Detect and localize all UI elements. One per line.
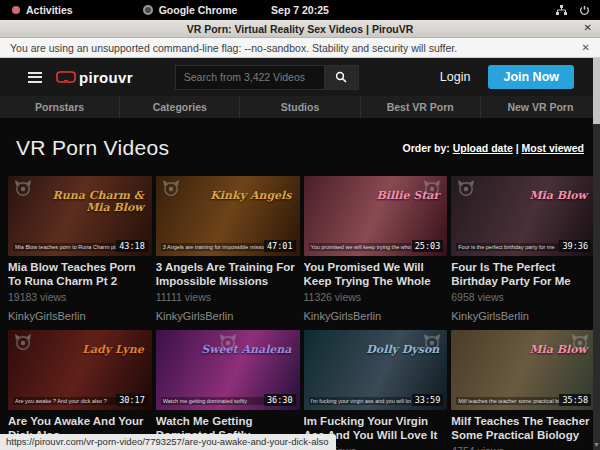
thumbnail-caption: Are you awake ? And your dick also ? bbox=[13, 397, 116, 405]
video-card[interactable]: Runa Charm & Mia Blow Mia Blow teaches p… bbox=[8, 176, 152, 330]
video-thumbnail[interactable]: Lady Lyne Are you awake ? And your dick … bbox=[8, 330, 152, 410]
video-card[interactable]: Kinky Angels 3 Angels are training for i… bbox=[156, 176, 300, 330]
order-separator: | bbox=[513, 142, 522, 154]
thumbnail-caption: Milf teaches the teacher some practical … bbox=[456, 397, 559, 405]
video-card[interactable]: Mia Blow Milf teaches the teacher some p… bbox=[451, 330, 595, 450]
video-studio-link[interactable]: KinkyGirlsBerlin bbox=[451, 310, 595, 322]
video-thumbnail[interactable]: Runa Charm & Mia Blow Mia Blow teaches p… bbox=[8, 176, 152, 256]
cat-mask-icon bbox=[14, 334, 32, 354]
video-card[interactable]: Dolly Dyson I'm fucking your virgin ass … bbox=[304, 330, 448, 450]
video-grid: Runa Charm & Mia Blow Mia Blow teaches p… bbox=[0, 176, 600, 450]
video-card[interactable]: Mia Blow Four is the perfect birthday pa… bbox=[451, 176, 595, 330]
thumbnail-model-name: Lady Lyne bbox=[82, 344, 144, 356]
video-duration-badge: 36:30 bbox=[264, 394, 296, 406]
network-icon[interactable] bbox=[556, 5, 567, 16]
thumbnail-model-name: Mia Blow bbox=[529, 190, 587, 202]
status-url-bubble: https://pirouvr.com/vr-porn-video/779325… bbox=[0, 434, 336, 450]
thumbnail-model-name: Dolly Dyson bbox=[366, 344, 439, 356]
video-studio-link[interactable]: KinkyGirlsBerlin bbox=[8, 310, 152, 322]
thumbnail-caption: Four is the perfect birthday party for m… bbox=[456, 243, 559, 251]
power-icon[interactable] bbox=[579, 5, 590, 16]
order-most-viewed-link[interactable]: Most viewed bbox=[522, 142, 584, 154]
video-views: 11326 views bbox=[304, 291, 448, 303]
video-title[interactable]: Milf Teaches The Teacher Some Practical … bbox=[451, 415, 595, 443]
order-by-label: Order by: bbox=[403, 142, 450, 154]
video-thumbnail[interactable]: Billie Star You promised we will keep tr… bbox=[304, 176, 448, 256]
thumbnail-model-name: Kinky Angels bbox=[210, 190, 291, 202]
nav-item-studios[interactable]: Studios bbox=[239, 96, 359, 118]
system-top-bar: Activities Google Chrome Sep 7 20:25 bbox=[0, 0, 600, 20]
order-upload-date-link[interactable]: Upload date bbox=[453, 142, 513, 154]
video-title[interactable]: 3 Angels Are Training For Impossible Mis… bbox=[156, 261, 300, 289]
vr-goggles-icon bbox=[56, 71, 76, 83]
site-logo-text: pirouvr bbox=[79, 69, 133, 86]
video-card[interactable]: Billie Star You promised we will keep tr… bbox=[304, 176, 448, 330]
login-link[interactable]: Login bbox=[440, 70, 471, 84]
video-studio-link[interactable]: KinkyGirlsBerlin bbox=[156, 310, 300, 322]
scrollbar-thumb[interactable] bbox=[593, 58, 600, 124]
video-views: 4754 views bbox=[451, 445, 595, 450]
screen: Activities Google Chrome Sep 7 20:25 VR … bbox=[0, 0, 600, 450]
nav-item-best-vr-porn[interactable]: Best VR Porn bbox=[360, 96, 480, 118]
thumbnail-model-name: Billie Star bbox=[376, 190, 439, 202]
video-duration-badge: 35:58 bbox=[559, 394, 591, 406]
clock[interactable]: Sep 7 20:25 bbox=[0, 4, 600, 16]
video-card[interactable]: Sweet Analena Watch me getting dominated… bbox=[156, 330, 300, 450]
thumbnail-caption: You promised we will keep trying the who… bbox=[309, 243, 412, 251]
video-duration-badge: 33:59 bbox=[412, 394, 444, 406]
video-views: 6958 views bbox=[451, 291, 595, 303]
video-duration-badge: 25:03 bbox=[412, 240, 444, 252]
nav-item-categories[interactable]: Categories bbox=[119, 96, 239, 118]
video-duration-badge: 43:18 bbox=[116, 240, 148, 252]
search-input[interactable] bbox=[175, 65, 325, 90]
thumbnail-model-name: Runa Charm & Mia Blow bbox=[43, 190, 144, 213]
video-duration-badge: 39:36 bbox=[559, 240, 591, 252]
join-now-button[interactable]: Join Now bbox=[488, 65, 574, 89]
flag-warning-text: You are using an unsupported command-lin… bbox=[10, 42, 457, 54]
thumbnail-caption: I'm fucking your virgin ass and you will… bbox=[309, 397, 412, 405]
site-header: pirouvr Login Join Now bbox=[0, 58, 600, 96]
page-title: VR Porn Videos bbox=[16, 136, 169, 160]
search-button[interactable] bbox=[325, 65, 359, 90]
video-card[interactable]: Lady Lyne Are you awake ? And your dick … bbox=[8, 330, 152, 450]
video-thumbnail[interactable]: Mia Blow Four is the perfect birthday pa… bbox=[451, 176, 595, 256]
scrollbar[interactable]: ▼ bbox=[593, 58, 600, 450]
nav-item-pornstars[interactable]: Pornstars bbox=[0, 96, 119, 118]
warning-close-icon[interactable]: ✕ bbox=[582, 42, 590, 53]
menu-icon[interactable] bbox=[28, 69, 42, 85]
window-title: VR Porn: Virtual Reality Sex Videos | Pi… bbox=[187, 23, 414, 35]
video-title[interactable]: Mia Blow Teaches Porn To Runa Charm Pt 2 bbox=[8, 261, 152, 289]
video-title[interactable]: Four Is The Perfect Birthday Party For M… bbox=[451, 261, 595, 289]
video-studio-link[interactable]: KinkyGirlsBerlin bbox=[304, 310, 448, 322]
video-views: 19183 views bbox=[8, 291, 152, 303]
order-by: Order by: Upload date | Most viewed bbox=[403, 142, 585, 154]
thumbnail-caption: 3 Angels are training for impossible mis… bbox=[161, 243, 264, 251]
thumbnail-model-name: Mia Blow bbox=[529, 344, 587, 356]
cat-mask-icon bbox=[14, 180, 32, 200]
main-nav: Pornstars Categories Studios Best VR Por… bbox=[0, 96, 600, 118]
cat-mask-icon bbox=[457, 180, 475, 200]
video-duration-badge: 47:01 bbox=[264, 240, 296, 252]
scroll-down-arrow-icon[interactable]: ▼ bbox=[593, 441, 600, 448]
video-duration-badge: 30:17 bbox=[116, 394, 148, 406]
thumbnail-caption: Mia Blow teaches porn to Runa Charm pt. … bbox=[13, 243, 116, 251]
thumbnail-model-name: Sweet Analena bbox=[201, 344, 291, 356]
video-thumbnail[interactable]: Sweet Analena Watch me getting dominated… bbox=[156, 330, 300, 410]
search-icon bbox=[335, 71, 347, 83]
video-thumbnail[interactable]: Dolly Dyson I'm fucking your virgin ass … bbox=[304, 330, 448, 410]
flag-warning-bar: You are using an unsupported command-lin… bbox=[0, 38, 600, 58]
window-titlebar[interactable]: VR Porn: Virtual Reality Sex Videos | Pi… bbox=[0, 20, 600, 38]
video-title[interactable]: You Promised We Will Keep Trying The Who… bbox=[304, 261, 448, 289]
window-close-icon[interactable]: ✕ bbox=[584, 22, 592, 33]
site-logo[interactable]: pirouvr bbox=[56, 69, 133, 86]
cat-mask-icon bbox=[162, 180, 180, 200]
video-thumbnail[interactable]: Mia Blow Milf teaches the teacher some p… bbox=[451, 330, 595, 410]
thumbnail-caption: Watch me getting dominated softly bbox=[161, 397, 264, 405]
video-thumbnail[interactable]: Kinky Angels 3 Angels are training for i… bbox=[156, 176, 300, 256]
browser-viewport: pirouvr Login Join Now Pornstars Categor… bbox=[0, 58, 600, 450]
page-header: VR Porn Videos Order by: Upload date | M… bbox=[0, 118, 600, 176]
video-views: 11111 views bbox=[156, 291, 300, 303]
nav-item-new-vr-porn[interactable]: New VR Porn bbox=[480, 96, 600, 118]
